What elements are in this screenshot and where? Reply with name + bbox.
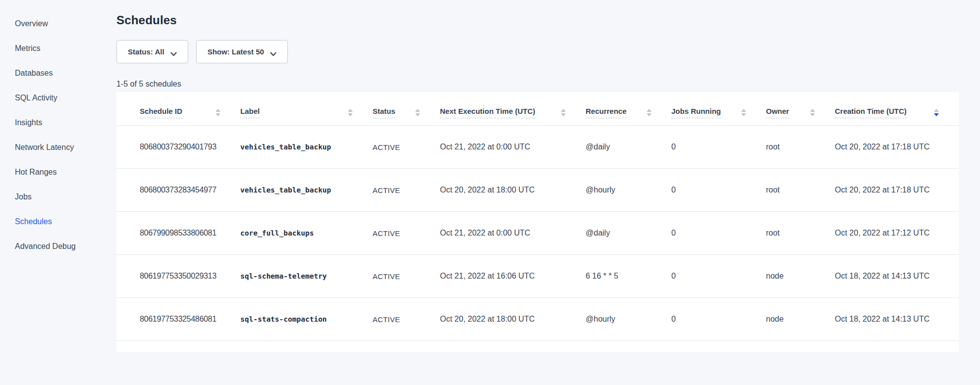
sort-arrows-icon[interactable]: [348, 109, 353, 116]
owner-cell: root: [766, 126, 835, 169]
schedule-label-cell: sql-stats-compaction: [240, 298, 373, 341]
column-header-owner[interactable]: Owner: [766, 92, 835, 126]
owner-cell: node: [766, 298, 835, 341]
table-row: 806799098533806081 core_full_backups ACT…: [116, 212, 959, 255]
status-filter-dropdown[interactable]: Status: All: [116, 40, 188, 63]
recurrence-cell: 6 16 * * 5: [586, 255, 671, 298]
status-cell: ACTIVE: [373, 255, 440, 298]
creation-time-cell: Oct 18, 2022 at 14:13 UTC: [835, 255, 959, 298]
column-label[interactable]: Creation Time (UTC): [835, 107, 907, 118]
recurrence-cell: @hourly: [586, 298, 671, 341]
column-label[interactable]: Status: [373, 107, 395, 118]
creation-time-cell: Oct 20, 2022 at 17:18 UTC: [835, 169, 959, 212]
sidebar-item-hot-ranges[interactable]: Hot Ranges: [0, 160, 116, 185]
sort-arrows-icon[interactable]: [810, 109, 815, 116]
column-header-jobs-running[interactable]: Jobs Running: [671, 92, 766, 126]
sidebar-item-databases[interactable]: Databases: [0, 61, 116, 86]
show-filter-dropdown[interactable]: Show: Latest 50: [196, 40, 288, 63]
column-header-recurrence[interactable]: Recurrence: [586, 92, 671, 126]
chevron-down-icon: [170, 49, 177, 54]
schedules-table-card: Schedule ID Label Status Next Execution …: [116, 92, 959, 352]
jobs-running-cell: 0: [671, 255, 766, 298]
column-header-next-execution-time[interactable]: Next Execution Time (UTC): [440, 92, 586, 126]
creation-time-cell: Oct 20, 2022 at 17:12 UTC: [835, 212, 959, 255]
sort-arrows-icon[interactable]: [741, 109, 746, 116]
schedule-id-cell: 806197753350029313: [116, 255, 240, 298]
show-filter-label: Show: Latest 50: [208, 48, 264, 56]
schedule-label-cell: vehicles_table_backup: [240, 126, 373, 169]
column-header-label[interactable]: Label: [240, 92, 373, 126]
sort-arrows-icon[interactable]: [934, 109, 939, 116]
schedule-id-cell: 806197753325486081: [116, 298, 240, 341]
jobs-running-cell: 0: [671, 298, 766, 341]
filter-bar: Status: All Show: Latest 50: [116, 40, 980, 63]
status-cell: ACTIVE: [373, 212, 440, 255]
sidebar-item-jobs[interactable]: Jobs: [0, 185, 116, 209]
creation-time-cell: Oct 18, 2022 at 14:13 UTC: [835, 298, 959, 341]
recurrence-cell: @hourly: [586, 169, 671, 212]
owner-cell: node: [766, 255, 835, 298]
jobs-running-cell: 0: [671, 169, 766, 212]
table-row: 806800373290401793 vehicles_table_backup…: [116, 126, 959, 169]
column-header-status[interactable]: Status: [373, 92, 440, 126]
recurrence-cell: @daily: [586, 212, 671, 255]
column-label[interactable]: Next Execution Time (UTC): [440, 107, 535, 118]
sidebar-item-overview[interactable]: Overview: [0, 11, 116, 36]
next-execution-cell: Oct 21, 2022 at 0:00 UTC: [440, 212, 586, 255]
sort-arrows-icon[interactable]: [647, 109, 652, 116]
schedule-label-cell: vehicles_table_backup: [240, 169, 373, 212]
next-execution-cell: Oct 21, 2022 at 16:06 UTC: [440, 255, 586, 298]
next-execution-cell: Oct 20, 2022 at 18:00 UTC: [440, 169, 586, 212]
status-cell: ACTIVE: [373, 298, 440, 341]
sidebar-item-advanced-debug[interactable]: Advanced Debug: [0, 234, 116, 259]
status-filter-label: Status: All: [128, 48, 164, 56]
column-label[interactable]: Schedule ID: [140, 107, 182, 118]
column-label[interactable]: Jobs Running: [671, 107, 721, 118]
next-execution-cell: Oct 21, 2022 at 0:00 UTC: [440, 126, 586, 169]
schedule-label-cell: sql-schema-telemetry: [240, 255, 373, 298]
schedule-id-cell: 806800373283454977: [116, 169, 240, 212]
sidebar: Overview Metrics Databases SQL Activity …: [0, 0, 116, 385]
column-label[interactable]: Recurrence: [586, 107, 627, 118]
table-row: 806800373283454977 vehicles_table_backup…: [116, 169, 959, 212]
sort-arrows-icon[interactable]: [216, 109, 220, 116]
chevron-down-icon: [270, 49, 276, 54]
schedule-id-cell: 806800373290401793: [116, 126, 240, 169]
main-content: Schedules Status: All Show: Latest 50 1-…: [116, 0, 980, 352]
table-row: 806197753325486081 sql-stats-compaction …: [116, 298, 959, 341]
column-header-creation-time[interactable]: Creation Time (UTC): [835, 92, 959, 126]
sidebar-item-schedules[interactable]: Schedules: [0, 209, 116, 234]
sidebar-item-metrics[interactable]: Metrics: [0, 36, 116, 61]
column-header-schedule-id[interactable]: Schedule ID: [116, 92, 240, 126]
sort-arrows-icon[interactable]: [415, 109, 420, 116]
next-execution-cell: Oct 20, 2022 at 18:00 UTC: [440, 298, 586, 341]
jobs-running-cell: 0: [671, 126, 766, 169]
schedule-label-cell: core_full_backups: [240, 212, 373, 255]
sidebar-item-insights[interactable]: Insights: [0, 110, 116, 135]
jobs-running-cell: 0: [671, 212, 766, 255]
table-row: 806197753350029313 sql-schema-telemetry …: [116, 255, 959, 298]
table-header-row: Schedule ID Label Status Next Execution …: [116, 92, 959, 126]
page-title: Schedules: [116, 13, 980, 28]
creation-time-cell: Oct 20, 2022 at 17:18 UTC: [835, 126, 959, 169]
schedule-id-cell: 806799098533806081: [116, 212, 240, 255]
column-label[interactable]: Label: [240, 107, 260, 118]
owner-cell: root: [766, 212, 835, 255]
sidebar-item-network-latency[interactable]: Network Latency: [0, 135, 116, 160]
status-cell: ACTIVE: [373, 169, 440, 212]
owner-cell: root: [766, 169, 835, 212]
results-summary: 1-5 of 5 schedules: [116, 80, 980, 89]
recurrence-cell: @daily: [586, 126, 671, 169]
sidebar-item-sql-activity[interactable]: SQL Activity: [0, 86, 116, 110]
sort-arrows-icon[interactable]: [561, 109, 566, 116]
column-label[interactable]: Owner: [766, 107, 789, 118]
status-cell: ACTIVE: [373, 126, 440, 169]
schedules-table: Schedule ID Label Status Next Execution …: [116, 92, 959, 341]
